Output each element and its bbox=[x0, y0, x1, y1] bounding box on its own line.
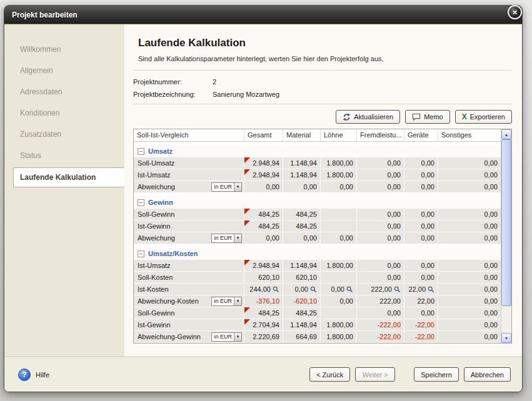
aktualisieren-button[interactable]: Aktualisieren bbox=[336, 110, 400, 124]
sidebar-item-willkommen[interactable]: Willkommen bbox=[4, 43, 124, 56]
table-row[interactable]: Abweichung-Kostenin EUR▼-376,10-620,100,… bbox=[134, 295, 501, 307]
column-header-loehne[interactable]: Löhne bbox=[321, 129, 357, 141]
magnifier-icon[interactable] bbox=[273, 286, 279, 293]
value-cell: 0,00 bbox=[357, 307, 404, 319]
scroll-up-button[interactable]: ▲ bbox=[501, 129, 511, 139]
scrollbar-thumb[interactable] bbox=[501, 139, 511, 306]
value-cell: 0,00 bbox=[438, 232, 501, 244]
value-cell: -22,00 bbox=[404, 331, 438, 342]
column-header-material[interactable]: Material bbox=[283, 129, 321, 141]
value-cell: 1.148,94 bbox=[283, 260, 321, 271]
section-header-row: −Umsatz/Kosten bbox=[134, 247, 501, 260]
unit-dropdown[interactable]: in EUR▼ bbox=[211, 234, 242, 243]
value-cell: 1.148,94 bbox=[283, 157, 321, 169]
table-row[interactable]: Soll-Kosten620,10620,100,000,000,00 bbox=[134, 272, 501, 284]
scroll-down-button[interactable]: ▼ bbox=[501, 333, 511, 343]
abbrechen-button[interactable]: Abbrechen bbox=[464, 367, 511, 382]
value-cell: 0,00 bbox=[438, 157, 501, 169]
sidebar-item-status[interactable]: Status bbox=[4, 149, 124, 162]
projektbezeichnung-value: Sanierung Mozartweg bbox=[213, 91, 279, 98]
scrollbar-track[interactable] bbox=[501, 139, 511, 333]
memo-button[interactable]: Memo bbox=[405, 110, 450, 124]
warning-flag-icon bbox=[244, 319, 250, 325]
unit-dropdown[interactable]: in EUR▼ bbox=[211, 182, 242, 192]
vertical-scrollbar[interactable]: ▲ ▼ bbox=[501, 129, 511, 343]
unit-dropdown[interactable]: in EUR▼ bbox=[211, 332, 242, 342]
row-label-cell: Ist-Gewinn bbox=[134, 319, 244, 330]
chevron-down-icon: ▼ bbox=[234, 333, 241, 341]
table-row[interactable]: Ist-Umsatz2.948,941.148,941.800,000,000,… bbox=[134, 169, 501, 181]
close-button[interactable]: × bbox=[508, 5, 522, 19]
warning-flag-icon bbox=[244, 220, 250, 226]
memo-icon bbox=[412, 113, 421, 121]
value-cell: 0,00 bbox=[357, 260, 404, 271]
collapse-icon[interactable]: − bbox=[138, 199, 144, 206]
column-header-fremdleistung[interactable]: Fremdleistu... bbox=[357, 129, 404, 141]
magnifier-icon[interactable] bbox=[346, 286, 353, 293]
magnifier-icon[interactable] bbox=[310, 286, 317, 293]
value-cell: 0,00 bbox=[321, 295, 357, 307]
column-header-gesamt[interactable]: Gesamt bbox=[244, 129, 283, 141]
value-cell: 1.800,00 bbox=[321, 319, 357, 330]
value-cell: 484,25 bbox=[244, 307, 283, 319]
table-row[interactable]: Abweichungin EUR▼0,000,000,000,000,000,0… bbox=[134, 232, 501, 244]
row-label: Ist-Gewinn bbox=[138, 222, 171, 230]
chevron-down-icon: ▼ bbox=[234, 297, 241, 305]
value-cell: -222,00 bbox=[357, 331, 404, 342]
table-body: −UmsatzSoll-Umsatz2.948,941.148,941.800,… bbox=[134, 142, 501, 343]
table-row[interactable]: Ist-Umsatz2.948,941.148,941.800,000,000,… bbox=[134, 260, 501, 272]
row-label-cell: Soll-Gewinn bbox=[134, 307, 244, 319]
sidebar-item-adressdaten[interactable]: Adressdaten bbox=[4, 86, 124, 98]
value-cell: -376,10 bbox=[244, 295, 283, 307]
sidebar-nav: WillkommenAllgemeinAdressdatenKonditione… bbox=[4, 43, 124, 187]
value-cell: 0,00 bbox=[438, 272, 501, 283]
column-header-soll-ist-vergleich[interactable]: Soll-Ist-Vergleich bbox=[134, 129, 244, 141]
table-row[interactable]: Ist-Kosten244,000,000,00222,0022,000,00 bbox=[134, 284, 501, 295]
value-cell: 0,00 bbox=[438, 169, 501, 181]
projektnummer-value: 2 bbox=[213, 78, 216, 86]
value-cell: -22,00 bbox=[404, 319, 438, 330]
section-title: Gewinn bbox=[148, 199, 173, 206]
value-cell: 0,00 bbox=[438, 181, 501, 192]
value-cell: 0,00 bbox=[404, 209, 438, 220]
row-label-cell: Abweichungin EUR▼ bbox=[134, 232, 244, 244]
help-icon[interactable]: ? bbox=[18, 369, 31, 381]
speichern-button[interactable]: Speichern bbox=[414, 367, 459, 382]
sidebar-item-laufende-kalkulation[interactable]: Laufende Kalkulation bbox=[13, 167, 125, 187]
table-row[interactable]: Ist-Gewinn484,25484,250,000,000,00 bbox=[134, 220, 501, 232]
sidebar-item-allgemein[interactable]: Allgemein bbox=[4, 64, 124, 77]
value-cell: 0,00 bbox=[404, 307, 438, 319]
table-row[interactable]: Soll-Umsatz2.948,941.148,941.800,000,000… bbox=[134, 157, 501, 169]
chevron-down-icon: ▼ bbox=[234, 234, 241, 242]
value-cell: 0,00 bbox=[357, 209, 404, 220]
collapse-icon[interactable]: − bbox=[138, 250, 144, 257]
value-cell: 484,25 bbox=[244, 209, 283, 220]
row-label: Abweichung-Gewinn bbox=[138, 333, 201, 340]
toolbar: Aktualisieren Memo X Exportieren bbox=[133, 110, 512, 124]
value-cell: 0,00 bbox=[244, 181, 283, 192]
collapse-icon[interactable]: − bbox=[138, 148, 144, 155]
row-label-cell: Abweichungin EUR▼ bbox=[134, 181, 244, 192]
value-cell: 0,00 bbox=[438, 209, 501, 220]
value-cell: 0,00 bbox=[404, 220, 438, 232]
magnifier-icon[interactable] bbox=[394, 286, 401, 293]
row-label: Soll-Kosten bbox=[138, 274, 173, 281]
value-cell bbox=[321, 220, 357, 232]
column-header-geraete[interactable]: Geräte bbox=[404, 129, 438, 141]
table-row[interactable]: Soll-Gewinn484,25484,250,000,000,00 bbox=[134, 307, 501, 319]
magnifier-icon[interactable] bbox=[428, 286, 434, 293]
sidebar-item-konditionen[interactable]: Konditionen bbox=[4, 107, 124, 119]
warning-flag-icon bbox=[244, 209, 250, 214]
column-header-sonstiges[interactable]: Sonstiges bbox=[438, 129, 501, 141]
table-row[interactable]: Abweichungin EUR▼0,000,000,000,000,000,0… bbox=[134, 181, 501, 193]
table-row[interactable]: Abweichung-Gewinnin EUR▼2.220,69664,691.… bbox=[134, 331, 501, 343]
sidebar-item-zusatzdaten[interactable]: Zusatzdaten bbox=[4, 128, 124, 141]
value-cell: 22,00 bbox=[404, 295, 438, 307]
zurueck-button[interactable]: < Zurück bbox=[309, 367, 350, 382]
value-cell: 0,00 bbox=[438, 295, 501, 307]
unit-dropdown[interactable]: in EUR▼ bbox=[211, 297, 242, 306]
table-row[interactable]: Ist-Gewinn2.704,941.148,941.800,00-222,0… bbox=[134, 319, 501, 331]
table-row[interactable]: Soll-Gewinn484,25484,250,000,000,00 bbox=[134, 209, 501, 220]
value-cell: 0,00 bbox=[404, 181, 438, 192]
exportieren-button[interactable]: X Exportieren bbox=[455, 110, 512, 124]
